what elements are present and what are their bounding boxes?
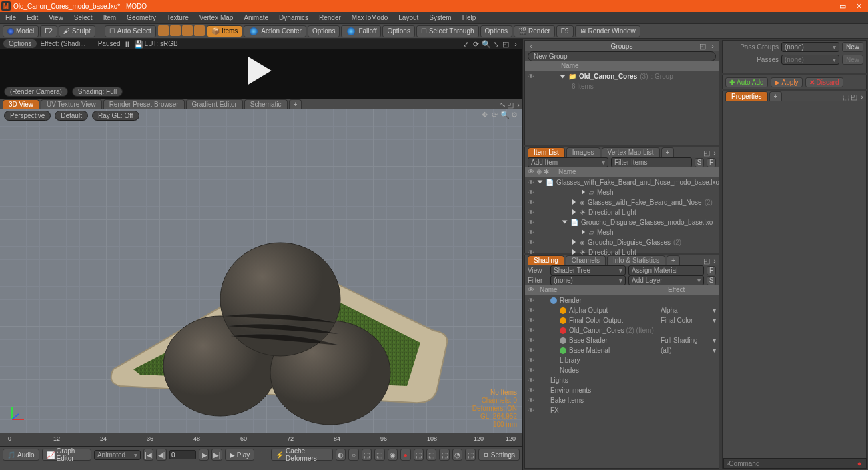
item-row[interactable]: 👁📄 Groucho_Disguise_Glasses_modo_base.lx… xyxy=(525,217,719,227)
tab-shading[interactable]: Shading xyxy=(528,255,564,265)
sh-menu-icon[interactable]: › xyxy=(711,257,719,265)
f2-button[interactable]: F2 xyxy=(40,25,57,37)
menu-animate[interactable]: Animate xyxy=(238,13,274,23)
il-menu-icon[interactable]: › xyxy=(711,149,719,157)
shader-row[interactable]: 👁Nodes xyxy=(525,365,719,375)
tl-ic9[interactable]: ◔ xyxy=(452,449,462,461)
panel-menu-icon[interactable]: › xyxy=(709,42,717,50)
item-row[interactable]: 👁▱ Mesh xyxy=(525,187,719,197)
settings-button[interactable]: ⚙ Settings xyxy=(478,449,520,461)
preview-shading[interactable]: Shading: Full xyxy=(72,87,123,97)
preview-options[interactable]: Options xyxy=(3,39,37,49)
options3-button[interactable]: Options xyxy=(480,25,512,37)
chevron-right-icon[interactable]: › xyxy=(512,40,520,48)
shader-row[interactable]: 👁Environments xyxy=(525,385,719,395)
select-through-button[interactable]: ☐ Select Through xyxy=(416,25,479,37)
tl-ic5[interactable]: ◉ xyxy=(388,449,398,461)
minimize-button[interactable]: — xyxy=(823,2,831,10)
reload-icon[interactable]: ⟳ xyxy=(472,40,480,48)
chevron-icon[interactable]: ‹ xyxy=(527,42,535,50)
axis-widget[interactable] xyxy=(8,405,27,425)
pause-icon[interactable]: ⏸ xyxy=(123,40,131,48)
shader-row[interactable]: 👁FX xyxy=(525,405,719,415)
f-button[interactable]: F xyxy=(707,158,716,167)
f9-button[interactable]: F9 xyxy=(556,25,574,37)
goto-end-button[interactable]: ▶| xyxy=(211,449,222,461)
menu-render[interactable]: Render xyxy=(314,13,346,23)
step-fwd-button[interactable]: |▶ xyxy=(199,449,209,461)
new-group-button[interactable]: New Group xyxy=(528,51,716,61)
shader-row[interactable]: 👁 Base Material(all)▾ xyxy=(525,345,719,355)
shader-row[interactable]: 👁Library xyxy=(525,355,719,365)
auto-select-button[interactable]: ☐ Auto Select xyxy=(105,25,156,37)
prop-menu-icon[interactable]: › xyxy=(858,93,866,101)
filter-items[interactable]: Filter Items xyxy=(611,157,692,167)
add-item-dropdown[interactable]: Add Item▾ xyxy=(528,157,608,167)
pass-groups-dropdown[interactable]: (none)▾ xyxy=(781,42,839,52)
menu-layout[interactable]: Layout xyxy=(393,13,424,23)
zoom-icon[interactable]: 🔍 xyxy=(482,40,490,48)
assign-material[interactable]: Assign Material xyxy=(628,265,704,275)
action-center-button[interactable]: Action Center xyxy=(244,25,306,37)
auto-add-button[interactable]: ✚ Auto Add xyxy=(725,77,768,87)
tl-ic3[interactable]: ⬚ xyxy=(362,449,372,461)
play-preview-button[interactable] xyxy=(240,52,278,91)
expand-icon[interactable]: ⤢ xyxy=(462,40,470,48)
close-button[interactable]: ✕ xyxy=(855,2,863,10)
maximize-button[interactable]: ▭ xyxy=(839,2,847,10)
new-pass-button[interactable]: New xyxy=(842,55,863,65)
prop-ic1[interactable]: ⬚ xyxy=(842,93,850,101)
tab-images[interactable]: Images xyxy=(566,147,600,157)
audio-button[interactable]: 🎵 Audio xyxy=(3,449,39,461)
options1-button[interactable]: Options xyxy=(308,25,340,37)
s-btn[interactable]: S xyxy=(707,276,716,285)
menu-vertexmap[interactable]: Vertex Map xyxy=(194,13,239,23)
vp-menu-icon[interactable]: › xyxy=(514,101,522,109)
sh-max-icon[interactable]: ◰ xyxy=(703,257,711,265)
tab-properties[interactable]: Properties xyxy=(725,91,768,101)
tl-ic10[interactable]: ⬚ xyxy=(465,449,475,461)
tab-add-prop[interactable]: + xyxy=(769,91,783,101)
menu-system[interactable]: System xyxy=(424,13,456,23)
tl-ic6[interactable]: ⬚ xyxy=(414,449,424,461)
tab-vertexmap[interactable]: Vertex Map List xyxy=(602,147,660,157)
tl-ic2[interactable]: ○ xyxy=(348,449,358,461)
discard-button[interactable]: ✖ Discard xyxy=(805,77,843,87)
tab-add[interactable]: + xyxy=(289,99,302,109)
vp-max-icon[interactable]: ◰ xyxy=(506,101,514,109)
shader-row[interactable]: 👁 Render xyxy=(525,295,719,305)
tab-add-il[interactable]: + xyxy=(661,147,675,157)
tab-itemlist[interactable]: Item List xyxy=(528,147,565,157)
tl-ic8[interactable]: ⬚ xyxy=(439,449,449,461)
command-input[interactable]: › Command● xyxy=(723,458,867,469)
menu-help[interactable]: Help xyxy=(457,13,482,23)
tab-add-sh[interactable]: + xyxy=(667,255,680,265)
item-row[interactable]: 👁◈ Glasses_with_Fake_Beard_and_Nose (2) xyxy=(525,197,719,207)
cache-deformers-button[interactable]: ⚡ Cache Deformers xyxy=(271,449,333,461)
options2-button[interactable]: Options xyxy=(382,25,414,37)
menu-texture[interactable]: Texture xyxy=(161,13,194,23)
tab-3dview[interactable]: 3D View xyxy=(3,99,39,109)
model-button[interactable]: Model xyxy=(3,25,39,37)
item-row[interactable]: 👁▱ Mesh xyxy=(525,227,719,237)
shader-row[interactable]: 👁 Final Color OutputFinal Color▾ xyxy=(525,315,719,325)
view-dropdown[interactable]: Shader Tree▾ xyxy=(550,265,626,275)
tab-preset[interactable]: Render Preset Browser xyxy=(103,99,185,109)
shader-row[interactable]: 👁Lights xyxy=(525,375,719,385)
goto-start-button[interactable]: |◀ xyxy=(143,449,153,461)
graph-editor-button[interactable]: 📈 Graph Editor xyxy=(42,449,91,461)
new-passgroup-button[interactable]: New xyxy=(842,42,863,52)
preview-lut[interactable]: LUT: sRGB xyxy=(145,40,178,47)
group-row[interactable]: 👁📁 Old_Canon_Cores (3): Group xyxy=(525,71,719,81)
tl-ic1[interactable]: ◐ xyxy=(336,449,346,461)
menu-item[interactable]: Item xyxy=(98,13,121,23)
menu-geometry[interactable]: Geometry xyxy=(121,13,161,23)
preview-effect[interactable]: Effect: (Shadi... xyxy=(40,40,85,47)
play-button[interactable]: ▶ Play xyxy=(225,449,254,461)
f-btn[interactable]: F xyxy=(707,266,716,275)
falloff-button[interactable]: Falloff xyxy=(341,25,381,37)
render-button[interactable]: 🎬 Render xyxy=(514,25,555,37)
passes-dropdown[interactable]: (none)▾ xyxy=(781,55,839,65)
3d-viewport[interactable]: Perspective Default Ray GL: Off ✥ ⟳ 🔍 ⚙ xyxy=(0,109,522,433)
vp-rotate-icon[interactable]: ⟳ xyxy=(490,111,498,119)
